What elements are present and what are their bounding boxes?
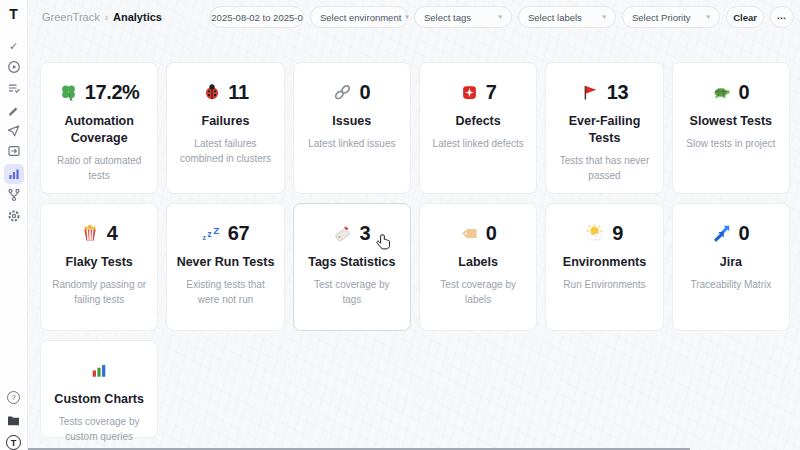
card-title: Slowest Tests <box>682 113 780 130</box>
flag-icon <box>581 83 600 102</box>
priority-select[interactable]: Select Priority ▾ <box>622 6 720 28</box>
label-icon <box>460 224 479 243</box>
page-title: Analytics <box>113 11 162 23</box>
card-value: 0 <box>738 223 749 243</box>
environment-select[interactable]: Select environment ▾ <box>310 6 408 28</box>
bookmark-icon <box>333 224 352 243</box>
card-title: Ever-Failing Tests <box>546 113 662 147</box>
card-title: Automation Coverage <box>41 113 157 147</box>
card-value: 3 <box>359 223 370 243</box>
sidebar: T ✓ ? T <box>0 0 28 450</box>
labels-select[interactable]: Select labels ▾ <box>518 6 616 28</box>
card-issues[interactable]: 0 Issues Latest linked issues <box>293 62 411 194</box>
card-value: 11 <box>228 82 248 102</box>
sidebar-bottom: ? T <box>4 391 24 448</box>
card-value: 17.2% <box>85 82 140 102</box>
card-title: Environments <box>555 254 654 271</box>
card-description: Run Environments <box>553 277 655 292</box>
card-ever-failing-tests[interactable]: 13 Ever-Failing Tests Tests that has nev… <box>545 62 663 194</box>
priority-select-label: Select Priority <box>632 12 691 23</box>
date-range-button[interactable]: 2025-08-02 to 2025-0 <box>210 6 304 28</box>
bar-chart-icon <box>90 361 109 380</box>
app-logo[interactable]: T <box>9 6 18 22</box>
card-title: Custom Charts <box>46 391 152 408</box>
paper-plane-icon[interactable] <box>4 122 24 138</box>
analytics-icon[interactable] <box>4 164 24 184</box>
chevron-down-icon: ▾ <box>405 13 409 21</box>
card-value: 0 <box>486 223 497 243</box>
widgets-grid: 17.2% Automation Coverage Ratio of autom… <box>40 62 790 438</box>
card-jira[interactable]: 0 Jira Traceability Matrix <box>672 203 790 331</box>
card-labels[interactable]: 0 Labels Test coverage by labels <box>419 203 537 331</box>
link-icon <box>333 83 352 102</box>
chevron-down-icon: ▾ <box>602 13 606 21</box>
card-description: Test coverage by tags <box>294 277 410 307</box>
card-title: Tags Statistics <box>300 254 403 271</box>
card-value: 9 <box>612 223 623 243</box>
card-automation-coverage[interactable]: 17.2% Automation Coverage Ratio of autom… <box>40 62 158 194</box>
card-value: 0 <box>359 82 370 102</box>
more-options-button[interactable]: ⋯ <box>770 6 794 28</box>
card-value: 4 <box>107 223 118 243</box>
pencil-icon[interactable] <box>4 101 24 117</box>
card-value: 7 <box>486 82 497 102</box>
tags-select-label: Select tags <box>424 12 471 23</box>
labels-select-label: Select labels <box>528 12 582 23</box>
card-description: Traceability Matrix <box>680 277 781 292</box>
card-environments[interactable]: 9 Environments Run Environments <box>545 203 663 331</box>
clear-filters-button[interactable]: Clear <box>726 6 764 28</box>
card-flaky-tests[interactable]: 4 Flaky Tests Randomly passing or failin… <box>40 203 158 331</box>
card-value: 13 <box>607 82 628 102</box>
play-circle-icon[interactable] <box>4 59 24 75</box>
sun-cloud-icon <box>586 224 605 243</box>
jira-logo-icon <box>712 224 731 243</box>
chevron-down-icon: ▾ <box>498 13 502 21</box>
zzz-icon: zzZ <box>202 224 221 243</box>
svg-text:z: z <box>202 233 206 240</box>
list-check-icon[interactable] <box>4 80 24 96</box>
card-title: Labels <box>450 254 506 271</box>
card-slowest-tests[interactable]: 0 Slowest Tests Slow tests in project <box>672 62 790 194</box>
filter-controls: 2025-08-02 to 2025-0 Select environment … <box>210 6 794 28</box>
user-avatar[interactable]: T <box>6 435 21 450</box>
card-description: Slow tests in project <box>676 136 785 151</box>
card-title: Issues <box>324 113 379 130</box>
card-description: Randomly passing or failing tests <box>41 277 157 307</box>
top-toolbar: GreenTrack › Analytics 2025-08-02 to 202… <box>28 0 800 34</box>
card-tags-statistics[interactable]: 3 Tags Statistics Test coverage by tags <box>293 203 411 331</box>
card-description: Ratio of automated tests <box>41 153 157 183</box>
card-description: Existing tests that were not run <box>167 277 283 307</box>
card-custom-charts[interactable]: Custom Charts Tests coverage by custom q… <box>40 340 158 438</box>
turtle-icon <box>712 83 731 102</box>
card-title: Jira <box>712 254 750 271</box>
clover-icon <box>59 83 78 102</box>
gear-icon[interactable] <box>4 208 24 224</box>
card-value: 0 <box>738 82 749 102</box>
ladybug-icon <box>202 83 221 102</box>
check-icon[interactable]: ✓ <box>4 38 24 54</box>
card-description: Tests that has never passed <box>546 153 662 183</box>
card-failures[interactable]: 11 Failures Latest failures combined in … <box>166 62 284 194</box>
svg-text:z: z <box>207 229 211 238</box>
card-defects[interactable]: 7 Defects Latest linked defects <box>419 62 537 194</box>
card-description: Latest linked defects <box>423 136 534 151</box>
card-value: 67 <box>228 223 249 243</box>
help-icon[interactable]: ? <box>7 391 20 404</box>
card-title: Flaky Tests <box>58 254 141 271</box>
breadcrumb-separator: › <box>105 12 108 23</box>
card-title: Failures <box>194 113 258 130</box>
tags-select[interactable]: Select tags ▾ <box>414 6 512 28</box>
docs-folder-icon[interactable] <box>4 412 24 428</box>
card-description: Tests coverage by custom queries <box>41 414 157 444</box>
environment-select-label: Select environment <box>320 12 401 23</box>
popcorn-icon <box>81 224 100 243</box>
main-area: GreenTrack › Analytics 2025-08-02 to 202… <box>28 0 800 450</box>
branch-icon[interactable] <box>4 187 24 203</box>
breadcrumb-project[interactable]: GreenTrack <box>42 11 100 23</box>
card-never-run-tests[interactable]: zzZ 67 Never Run Tests Existing tests th… <box>166 203 284 331</box>
card-title: Defects <box>448 113 509 130</box>
import-box-icon[interactable] <box>4 143 24 159</box>
breadcrumb: GreenTrack › Analytics <box>42 11 162 23</box>
card-title: Never Run Tests <box>169 254 283 271</box>
siren-icon <box>460 83 479 102</box>
